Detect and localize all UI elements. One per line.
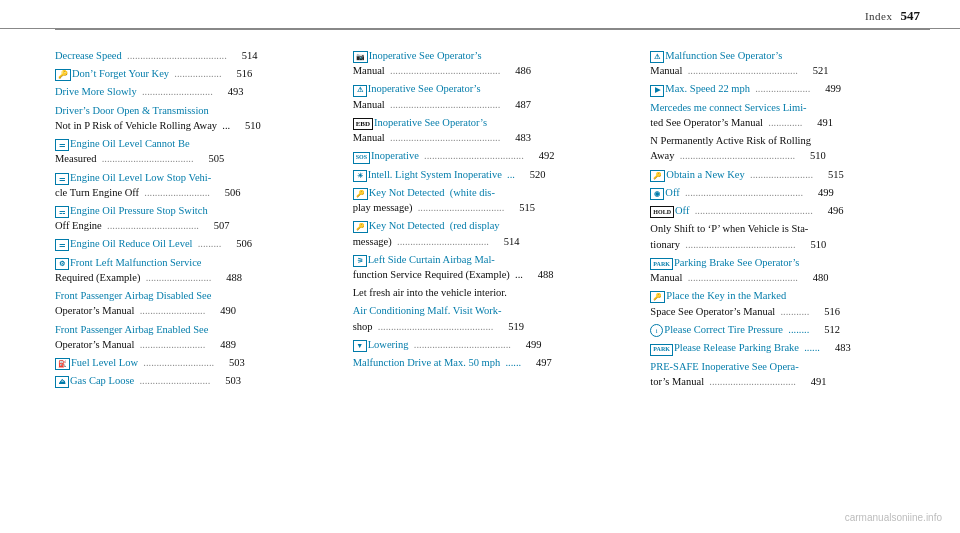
entry-page: 515 <box>511 200 535 215</box>
entry-line: ⚞ Left Side Curtain Airbag Mal- <box>353 252 633 267</box>
entry-text: Manual .................................… <box>353 97 503 112</box>
entry-text: Engine Oil Pressure Stop Switch <box>70 203 208 218</box>
list-item: Front Passenger Airbag Disabled See Oper… <box>55 288 335 318</box>
park2-icon: PARK <box>650 344 673 356</box>
entry-page: 493 <box>219 84 243 99</box>
entry-page: 496 <box>819 203 843 218</box>
entry-text: Measured ...............................… <box>55 151 196 166</box>
entry-line: ◉ Off ..................................… <box>650 185 930 200</box>
entry-page: 499 <box>817 81 841 96</box>
entry-page: 487 <box>507 97 531 112</box>
entry-text: Parking Brake See Operator’s <box>674 255 799 270</box>
list-item: i Please Correct Tire Pressure ........ … <box>650 322 930 338</box>
entry-text: PRE-SAFE Inoperative See Opera- <box>650 359 798 374</box>
entry-line: HOLD Off ...............................… <box>650 203 930 218</box>
list-item: PRE-SAFE Inoperative See Opera- tor’s Ma… <box>650 359 930 389</box>
entry-line: Decrease Speed .........................… <box>55 48 335 63</box>
list-item: PARK Parking Brake See Operator’s Manual… <box>650 255 930 286</box>
entry-line: 🔑 Key Not Detected (white dis- <box>353 185 633 200</box>
entry-page: 480 <box>805 270 829 285</box>
entry-text: cle Turn Engine Off ....................… <box>55 185 213 200</box>
entry-text: Obtain a New Key .......................… <box>666 167 815 182</box>
oil-pressure-icon: ⚎ <box>55 206 69 218</box>
entry-text: Manual .................................… <box>353 63 503 78</box>
list-item: ⛰ Gas Cap Loose ........................… <box>55 373 335 388</box>
entry-text: Decrease Speed .........................… <box>55 48 229 63</box>
off-icon: ◉ <box>650 188 664 200</box>
entry-line: PARK Please Release Parking Brake ......… <box>650 340 930 355</box>
entry-page: 519 <box>500 319 524 334</box>
entry-line: ⚙ Front Left Malfunction Service <box>55 255 335 270</box>
list-item: PARK Please Release Parking Brake ......… <box>650 340 930 355</box>
list-item: Decrease Speed .........................… <box>55 48 335 63</box>
entry-page: 483 <box>507 130 531 145</box>
entry-page: 515 <box>820 167 844 182</box>
entry-page: 510 <box>802 237 826 252</box>
list-item: Air Conditioning Malf. Visit Work- shop … <box>353 303 633 333</box>
watermark: carmanualsoniine.info <box>845 512 942 523</box>
fuel-icon: ⛽ <box>55 358 70 370</box>
park-icon: PARK <box>650 258 673 270</box>
entry-line: Manual .................................… <box>353 63 633 78</box>
entry-line: Operator’s Manual ......................… <box>55 337 335 352</box>
entry-page: 510 <box>802 148 826 163</box>
entry-page: 512 <box>816 322 840 337</box>
sos-icon: SOS <box>353 152 370 164</box>
ebd-icon: EBD <box>353 118 373 130</box>
entry-page: 499 <box>518 337 542 352</box>
entry-line: function Service Required (Example) ... … <box>353 267 633 282</box>
entry-page: 507 <box>206 218 230 233</box>
list-item: ⚞ Left Side Curtain Airbag Mal- function… <box>353 252 633 282</box>
entry-line: Air Conditioning Malf. Visit Work- <box>353 303 633 318</box>
entry-line: Off Engine .............................… <box>55 218 335 233</box>
entry-text: Malfunction See Operator’s <box>665 48 782 63</box>
entry-line: ⛽ Fuel Level Low .......................… <box>55 355 335 370</box>
entry-line: i Please Correct Tire Pressure ........ … <box>650 322 930 338</box>
list-item: 📷 Inoperative See Operator’s Manual ....… <box>353 48 633 78</box>
entry-line: Malfunction Drive at Max. 50 mph ...... … <box>353 355 633 370</box>
list-item: Front Passenger Airbag Enabled See Opera… <box>55 322 335 352</box>
entry-line: Manual .................................… <box>650 63 930 78</box>
malf-icon: ⚠ <box>650 51 664 63</box>
entry-text: Key Not Detected (white dis- <box>369 185 495 200</box>
list-item: ⚠ Malfunction See Operator’s Manual ....… <box>650 48 930 78</box>
entry-text: Gas Cap Loose ..........................… <box>70 373 213 388</box>
entry-page: 491 <box>809 115 833 130</box>
entry-line: shop ...................................… <box>353 319 633 334</box>
airbag-icon: ⚞ <box>353 255 367 267</box>
list-item: SOS Inoperative ........................… <box>353 148 633 163</box>
entry-line: Manual .................................… <box>650 270 930 285</box>
entry-page: 497 <box>528 355 552 370</box>
entry-text: Max. Speed 22 mph ..................... <box>665 81 813 96</box>
list-item: 🔑 Don’t Forget Your Key ................… <box>55 66 335 81</box>
gas-cap-icon: ⛰ <box>55 376 69 388</box>
entry-text: play message) ..........................… <box>353 200 507 215</box>
entry-line: tionary ................................… <box>650 237 930 252</box>
entry-line: Away ...................................… <box>650 148 930 163</box>
entry-text: Engine Oil Reduce Oil Level ......... <box>70 236 224 251</box>
entry-line: Front Passenger Airbag Disabled See <box>55 288 335 303</box>
list-item: ⚌ Engine Oil Level Cannot Be Measured ..… <box>55 136 335 166</box>
entry-text: Left Side Curtain Airbag Mal- <box>368 252 495 267</box>
entry-text: Required (Example) .....................… <box>55 270 214 285</box>
entry-line: Drive More Slowly ......................… <box>55 84 335 99</box>
lowering-icon: ▼ <box>353 340 367 352</box>
speed-icon: ▶ <box>650 85 664 97</box>
list-item: ⚎ Engine Oil Pressure Stop Switch Off En… <box>55 203 335 233</box>
entry-page: 516 <box>228 66 252 81</box>
entry-text: Engine Oil Level Low Stop Vehi- <box>70 170 211 185</box>
entry-line: ⚠ Malfunction See Operator’s <box>650 48 930 63</box>
entry-line: Measured ...............................… <box>55 151 335 166</box>
list-item: 🔑 Key Not Detected (red display message)… <box>353 218 633 248</box>
entry-text: Off Engine .............................… <box>55 218 202 233</box>
list-item: ☀ Intell. Light System Inoperative ... 5… <box>353 167 633 182</box>
entry-text: Off ....................................… <box>675 203 815 218</box>
hold-icon: HOLD <box>650 206 674 218</box>
entry-text: function Service Required (Example) ... <box>353 267 526 282</box>
entry-page: 490 <box>212 303 236 318</box>
list-item: ⚌ Engine Oil Reduce Oil Level ......... … <box>55 236 335 251</box>
entry-line: Driver’s Door Open & Transmission <box>55 103 335 118</box>
inop-icon: ⚠ <box>353 85 367 97</box>
entry-text: Mercedes me connect Services Limi- <box>650 100 806 115</box>
entry-text: Manual .................................… <box>353 130 503 145</box>
